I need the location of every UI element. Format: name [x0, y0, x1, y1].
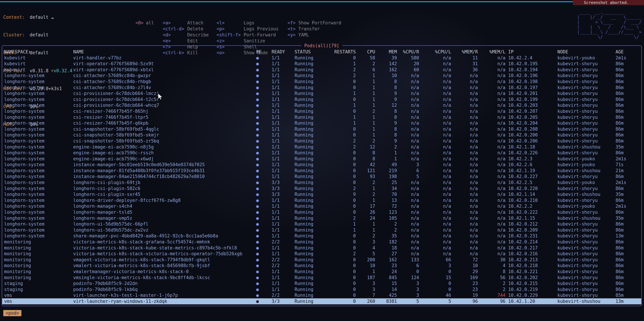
table-row[interactable]: longhorn-system instance-manager-81fd5a4…: [2, 168, 641, 174]
cell-namespace: kubevirt: [4, 61, 73, 67]
table-row[interactable]: staging podinfo-79db68f5c9-2d2dn ● 1/1 R…: [2, 280, 641, 286]
cell-ready: 1/1: [271, 174, 294, 180]
cell-restarts: 1: [334, 221, 356, 227]
cell-mem-r: n/a: [451, 156, 478, 162]
table-row[interactable]: longhorn-system longhorn-manager-s4ch4 ●…: [2, 203, 641, 209]
logo-line: \/ \/: [577, 35, 639, 40]
cell-name: longhorn-ui-56d9b575dc-zw2vz: [73, 227, 256, 233]
table-row[interactable]: longhorn-system csi-provisioner-6c78dcb6…: [2, 102, 641, 108]
table-row[interactable]: monitoring victoria-metrics-k8s-stack-gr…: [2, 239, 641, 245]
cell-pf-indicator: ●: [256, 227, 271, 233]
table-row[interactable]: longhorn-system csi-attacher-57689cc84b-…: [2, 73, 641, 79]
cell-cpu: 17: [356, 203, 375, 209]
cell-age: 86m: [616, 108, 637, 114]
cell-namespace: staging: [4, 286, 73, 292]
cell-mem-r: 10: [451, 263, 478, 269]
menu-item: <p>Logs Previous: [216, 26, 278, 32]
cell-status: Running: [294, 233, 334, 239]
table-row[interactable]: longhorn-system csi-snapshotter-58bf69fb…: [2, 132, 641, 138]
cell-mem: 123: [375, 209, 397, 215]
context-line: Context:default☁: [3, 14, 72, 20]
cell-mem-l: n/a: [478, 221, 506, 227]
hotkey: <shift-f>: [216, 32, 244, 38]
cell-cpu: 2: [356, 61, 375, 67]
cell-mem-l: n/a: [478, 251, 506, 257]
cell-ip: 10.42.0.204: [506, 120, 558, 126]
cell-ip: 10.42.0.196: [506, 73, 558, 79]
cell-cpu-r: n/a: [397, 245, 419, 251]
cell-pf-indicator: ●: [256, 73, 271, 79]
table-row[interactable]: longhorn-system longhorn-csi-plugin-sxr4…: [2, 191, 641, 197]
table-row[interactable]: longhorn-system csi-snapshotter-58bf69fb…: [2, 126, 641, 132]
table-row[interactable]: vms virt-launcher-ryan-windows-11-zkdqk …: [2, 298, 641, 304]
cell-cpu-r: n/a: [397, 126, 419, 132]
cell-mem: 72: [375, 203, 397, 209]
table-row[interactable]: kubevirt virt-operator-6776f5689d-xbtxl …: [2, 67, 641, 73]
table-row[interactable]: longhorn-system longhorn-manager-tsld5 ●…: [2, 209, 641, 215]
cell-pf-indicator: ●: [256, 91, 271, 97]
table-row[interactable]: monitoring victoria-metrics-k8s-stack-vi…: [2, 251, 641, 257]
table-row[interactable]: staging podinfo-79db68f5c9-lkb6q ● 1/1 R…: [2, 286, 641, 292]
cell-pf-indicator: ●: [256, 245, 271, 251]
cell-status: Running: [294, 257, 334, 263]
table-row[interactable]: kubevirt virt-handler-v77bz ● 1/1 Runnin…: [2, 55, 641, 61]
cell-cpu: 1: [356, 73, 375, 79]
pod-crumb-badge[interactable]: <pod>: [3, 310, 22, 316]
cell-status: Running: [294, 245, 334, 251]
table-row[interactable]: longhorn-system csi-attacher-57689cc84b-…: [2, 79, 641, 85]
cell-name: longhorn-manager-s4ch4: [73, 203, 256, 209]
cell-ip: 10.42.0.210: [506, 197, 558, 203]
table-row[interactable]: longhorn-system instance-manager-5bc01ee…: [2, 162, 641, 168]
table-row[interactable]: longhorn-system engine-image-ei-acb7590c…: [2, 156, 641, 162]
table-row[interactable]: longhorn-system share-manager-pvc-4bbd84…: [2, 233, 641, 239]
cell-cpu: 2: [356, 191, 375, 197]
cell-ip: 10.42.2.2: [506, 203, 558, 209]
cell-status: Running: [294, 186, 334, 192]
cell-status: Running: [294, 263, 334, 269]
table-row[interactable]: longhorn-system longhorn-csi-plugin-69tj…: [2, 180, 641, 186]
table-row[interactable]: kubevirt virt-operator-6776f5689d-5zx9t …: [2, 61, 641, 67]
table-row[interactable]: longhorn-system csi-resizer-7466f7b45f-l…: [2, 114, 641, 120]
table-row[interactable]: longhorn-system longhorn-ui-56d9b575dc-z…: [2, 227, 641, 233]
table-row[interactable]: longhorn-system longhorn-ui-56d9b575dc-6…: [2, 221, 641, 227]
table-row[interactable]: longhorn-system longhorn-driver-deployer…: [2, 197, 641, 203]
table-row[interactable]: longhorn-system engine-image-ei-acb7590c…: [2, 150, 641, 156]
table-row[interactable]: longhorn-system csi-provisioner-6c78dcb6…: [2, 91, 641, 97]
table-row[interactable]: monitoring vmsingle-victoria-metrics-k8s…: [2, 275, 641, 281]
table-row[interactable]: monitoring vmalertmanager-victoria-metri…: [2, 269, 641, 275]
cell-pf-indicator: ●: [256, 61, 271, 67]
cell-mem-r: 72: [451, 257, 478, 263]
cell-cpu: 42: [356, 162, 375, 168]
cell-pf-indicator: ●: [256, 79, 271, 85]
table-row[interactable]: longhorn-system csi-provisioner-6c78dcb6…: [2, 97, 641, 103]
cell-restarts: 0: [334, 85, 356, 91]
table-row[interactable]: vms virt-launcher-k3s-test-1-master-1-j6…: [2, 292, 641, 298]
cell-cpu: 2: [356, 233, 375, 239]
table-row[interactable]: longhorn-system csi-attacher-57689cc84b-…: [2, 85, 641, 91]
cell-ready: 1/1: [271, 73, 294, 79]
table-row[interactable]: longhorn-system longhorn-csi-plugin-582c…: [2, 186, 641, 192]
cell-mem-r: n/a: [451, 245, 478, 251]
cell-age: 21m: [616, 168, 637, 174]
flash-message-text: Screenshot aborted.: [584, 0, 629, 5]
hotkey: <0>: [136, 20, 146, 26]
cell-pf-indicator: ●: [256, 156, 271, 162]
table-row[interactable]: monitoring victoria-metrics-k8s-stack-ku…: [2, 245, 641, 251]
table-row[interactable]: longhorn-system csi-resizer-7466f7b45f-8…: [2, 108, 641, 114]
cell-ready: 3/3: [271, 186, 294, 192]
cell-cpu: 121: [356, 168, 375, 174]
cell-pf-indicator: ●: [256, 150, 271, 156]
menu-item: <e>Edit: [163, 38, 209, 44]
cell-name: longhorn-csi-plugin-sxr45: [73, 191, 256, 197]
table-row[interactable]: monitoring vmalert-victoria-metrics-k8s-…: [2, 263, 641, 269]
cell-cpu: 1: [356, 79, 375, 85]
table-row[interactable]: longhorn-system longhorn-manager-vmp5z ●…: [2, 215, 641, 221]
table-row[interactable]: longhorn-system csi-snapshotter-58bf69fb…: [2, 138, 641, 144]
table-row[interactable]: longhorn-system csi-resizer-7466f7b45f-q…: [2, 120, 641, 126]
table-row[interactable]: longhorn-system instance-manager-84ae215…: [2, 174, 641, 180]
table-row[interactable]: monitoring vmagent-victoria-metrics-k8s-…: [2, 257, 641, 263]
cell-ip: 10.42.0.199: [506, 97, 558, 103]
cell-mem-r: n/a: [451, 79, 478, 85]
cell-ip: 10.42.0.205: [506, 114, 558, 120]
table-row[interactable]: longhorn-system engine-image-ei-acb7590c…: [2, 144, 641, 150]
